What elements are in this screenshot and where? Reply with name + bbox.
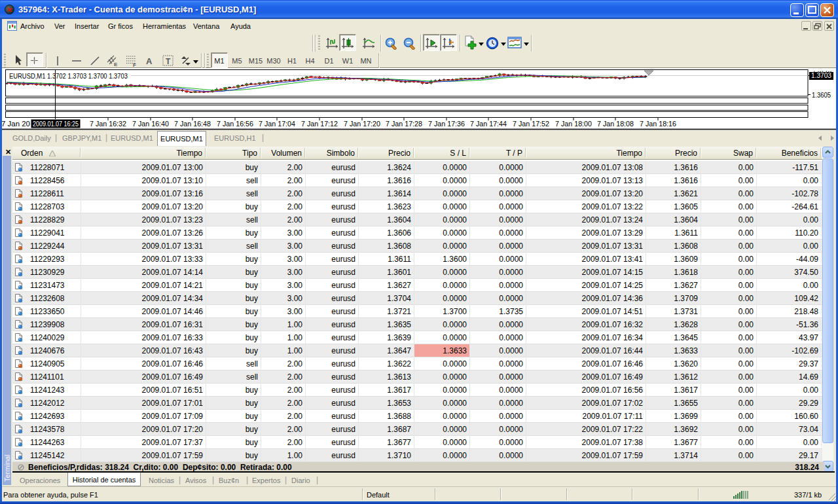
svg-text:7 Jan 18:00: 7 Jan 18:00 [555, 120, 592, 128]
svg-text:7 Jan 16:56: 7 Jan 16:56 [217, 120, 253, 128]
svg-text:7 Jan 18:16: 7 Jan 18:16 [640, 120, 676, 128]
svg-text:7 Jan 16:48: 7 Jan 16:48 [174, 120, 211, 128]
svg-text:7 Jan 17:04: 7 Jan 17:04 [259, 120, 295, 128]
svg-text:1.3605: 1.3605 [812, 91, 831, 99]
svg-text:F: F [133, 62, 136, 67]
svg-text:7 Jan 17:20: 7 Jan 17:20 [344, 120, 380, 128]
svg-text:1.3703: 1.3703 [811, 71, 831, 79]
svg-text:7 Jan 18:08: 7 Jan 18:08 [597, 120, 634, 128]
svg-text:7 Jan 17:44: 7 Jan 17:44 [470, 120, 507, 128]
svg-text:2009.01.07 16:25: 2009.01.07 16:25 [33, 120, 79, 128]
svg-text:7 Jan 17:52: 7 Jan 17:52 [513, 120, 549, 128]
svg-text:E: E [114, 62, 118, 67]
svg-text:7 Jan 17:28: 7 Jan 17:28 [386, 120, 422, 128]
svg-text:7 Jan 17:12: 7 Jan 17:12 [301, 120, 338, 128]
svg-text:EURUSD,M1 1.3702 1.3703 1.370: EURUSD,M1 1.3702 1.3703 1.3700 1.3703 [9, 72, 128, 80]
svg-text:7 Jan 20: 7 Jan 20 [1, 120, 30, 128]
svg-text:A: A [146, 56, 153, 66]
svg-text:7 Jan 16:32: 7 Jan 16:32 [90, 120, 126, 128]
svg-text:7 Jan 17:36: 7 Jan 17:36 [428, 120, 465, 128]
svg-text:7 Jan 16:40: 7 Jan 16:40 [132, 120, 169, 128]
svg-text:T: T [166, 57, 171, 66]
